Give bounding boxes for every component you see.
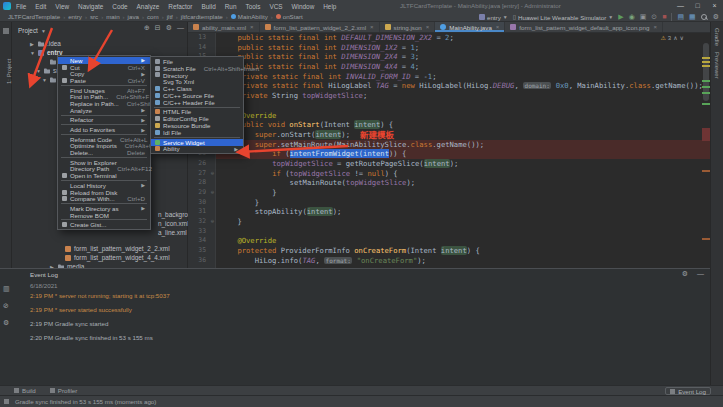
tree-item-.idea[interactable]: ▶.idea — [30, 39, 61, 48]
tree-item-n_icon.xml[interactable]: n_icon.xml — [150, 219, 189, 228]
menu-code[interactable]: Code — [111, 3, 128, 10]
breadcrumb-item[interactable]: src — [90, 13, 98, 20]
tab-close-icon[interactable]: × — [653, 24, 657, 30]
menu-file[interactable]: File — [15, 3, 27, 10]
tree-item-a_line.xml[interactable]: a_line.xml — [150, 228, 187, 237]
tab-string.json[interactable]: string.json× — [380, 22, 436, 32]
event-log-gear-icon[interactable]: ⚙ — [3, 319, 10, 327]
menu-item-Idl File[interactable]: Idl File — [151, 129, 243, 136]
menu-item-C/C++ Header File[interactable]: C/C++ Header File — [151, 99, 243, 106]
gradle-strip-label[interactable]: Gradle — [714, 28, 720, 46]
ide-window: FileEditViewNavigateCodeAnalyzeRefactorB… — [0, 0, 723, 407]
settings-gear-icon[interactable]: ⚙ — [713, 12, 719, 22]
paste-icon — [62, 78, 67, 83]
device-select[interactable]: ▯ Huawei Lite Wearable Simulator▼ — [513, 12, 614, 22]
breadcrumb-item[interactable]: java — [128, 13, 139, 20]
tab-close-icon[interactable]: × — [370, 24, 374, 30]
menu-item-Remove BOM[interactable]: Remove BOM — [58, 212, 150, 219]
fold-marker-icon[interactable]: ⊖ — [211, 169, 214, 179]
tab-close-icon[interactable]: × — [426, 24, 430, 30]
fold-marker-icon[interactable]: ⊖ — [211, 188, 214, 198]
locate-file-icon[interactable]: ⊕ — [144, 24, 150, 32]
previewer-strip-label[interactable]: Previewer — [714, 52, 720, 79]
event-log-hide-icon[interactable]: — — [697, 270, 704, 278]
code-line-29: } — [216, 188, 710, 198]
breadcrumb-item[interactable]: JLTFCardTemplate — [8, 13, 60, 20]
event-log-button[interactable]: Event Log — [665, 387, 711, 395]
close-button[interactable]: × — [706, 0, 723, 12]
menu-item-Add to Favorites[interactable]: Add to Favorites▶ — [58, 126, 150, 133]
run-config-select[interactable]: entry▼ — [479, 14, 508, 21]
tree-item-form_list_pattern_widget_4_4.xml[interactable]: form_list_pattern_widget_4_4.xml — [57, 253, 170, 262]
menu-navigate[interactable]: Navigate — [77, 3, 104, 10]
device-manager-icon[interactable]: ▤ — [677, 12, 684, 22]
sdk-manager-icon[interactable]: ▦ — [689, 12, 696, 22]
build-tool-button[interactable]: Build — [14, 387, 36, 394]
xml-file-icon — [193, 24, 199, 30]
menu-help[interactable]: Help — [322, 3, 337, 10]
menu-refactor[interactable]: Refactor — [167, 3, 193, 10]
breadcrumb-item[interactable]: onStart — [276, 13, 303, 20]
breadcrumb-item[interactable]: jltfcardtemplate — [181, 13, 223, 20]
breadcrumb-item[interactable]: entry — [68, 13, 82, 20]
tab-form_list_pattern_widget_2_2.xml[interactable]: form_list_pattern_widget_2_2.xml× — [260, 22, 380, 32]
code-line-16: public static final int DIMENSION_4X4 = … — [216, 62, 710, 72]
menu-vcs[interactable]: VCS — [268, 3, 283, 10]
breadcrumb-item[interactable]: MainAbility — [231, 13, 268, 20]
search-everywhere-icon[interactable] — [701, 14, 708, 21]
menu-item-Analyze[interactable]: Analyze▶ — [58, 107, 150, 114]
stop-button[interactable]: ■ — [662, 12, 666, 22]
tab-form_list_pattern_widget_default_app_icon.png[interactable]: form_list_pattern_widget_default_app_ico… — [505, 22, 663, 32]
menu-item-Compare With...[interactable]: Compare With...Ctrl+D — [58, 195, 150, 202]
event-log-entry: 2:19 PM * server started successfully — [30, 306, 690, 313]
breadcrumb-item[interactable]: com — [147, 13, 159, 20]
code-area: public static final int DEFAULT_DIMENSIO… — [216, 33, 710, 268]
menu-run[interactable]: Run — [224, 3, 238, 10]
event-log-filter-icon[interactable]: ▥ — [3, 285, 10, 293]
coverage-button[interactable]: ▣ — [640, 12, 647, 22]
menu-analyze[interactable]: Analyze — [136, 3, 161, 10]
code-editor[interactable]: 131415161718192021222324252627⊖2829⊖3031… — [188, 33, 710, 268]
fold-marker-icon[interactable]: ⊖ — [211, 217, 214, 227]
menu-item-Open in Terminal[interactable]: Open in Terminal — [58, 172, 150, 179]
menu-item-Paste[interactable]: PasteCtrl+V — [58, 77, 150, 84]
profiler-button[interactable]: ⊙ — [651, 12, 657, 22]
menu-item-Delete...[interactable]: Delete...Delete — [58, 149, 150, 156]
tab-MainAbility.java[interactable]: MainAbility.java× — [435, 22, 505, 32]
tab-close-icon[interactable]: × — [496, 24, 500, 30]
breadcrumb-item[interactable]: main — [106, 13, 119, 20]
project-view-selector[interactable]: Project▼ — [18, 27, 46, 34]
project-tool-icon[interactable] — [3, 28, 9, 34]
breadcrumb-item[interactable]: jltf — [167, 13, 173, 20]
run-button[interactable]: ▶ — [618, 12, 623, 22]
menu-build[interactable]: Build — [201, 3, 217, 10]
next-warning-icon[interactable]: ∨ — [680, 34, 684, 41]
device-icon: ▯ — [513, 12, 516, 22]
code-line-25: if (intentFromWidget(intent)) { — [216, 149, 710, 159]
tree-item-form_list_pattern_widget_2_2.xml[interactable]: form_list_pattern_widget_2_2.xml — [57, 244, 170, 253]
debug-button[interactable]: ◉ — [629, 12, 635, 22]
menu-window[interactable]: Window — [291, 3, 316, 10]
event-log-settings-icon[interactable]: ⚙ — [682, 270, 688, 278]
prev-warning-icon[interactable]: ∧ — [673, 34, 677, 41]
menu-item-Refactor[interactable]: Refactor▶ — [58, 117, 150, 124]
collapse-all-icon[interactable]: ⊟ — [155, 24, 161, 32]
project-strip-label[interactable]: 1: Project — [0, 48, 12, 94]
profiler-tool-button[interactable]: Profiler — [50, 387, 78, 394]
minimize-button[interactable]: — — [672, 0, 689, 12]
menu-view[interactable]: View — [54, 3, 70, 10]
menu-item-Create Gist...[interactable]: Create Gist... — [58, 221, 150, 228]
menu-item-Ability[interactable]: Ability▶ — [151, 146, 243, 153]
tab-ability_main.xml[interactable]: ability_main.xml× — [188, 22, 260, 32]
menu-tools[interactable]: Tools — [244, 3, 261, 10]
menu-edit[interactable]: Edit — [34, 3, 47, 10]
event-log-clear-icon[interactable]: ⊘ — [3, 302, 10, 310]
tab-close-icon[interactable]: × — [250, 24, 254, 30]
hide-panel-icon[interactable]: — — [177, 24, 184, 32]
panel-settings-icon[interactable]: ⚙ — [166, 24, 172, 32]
new-submenu: FileScratch FileCtrl+Alt+Shift+InsertDir… — [150, 56, 244, 154]
maximize-button[interactable]: □ — [689, 0, 706, 12]
inspection-widget[interactable]: ⚠ 3 ∧ ∨ — [660, 34, 684, 41]
file-icon — [155, 59, 160, 64]
compare-icon — [62, 196, 67, 201]
